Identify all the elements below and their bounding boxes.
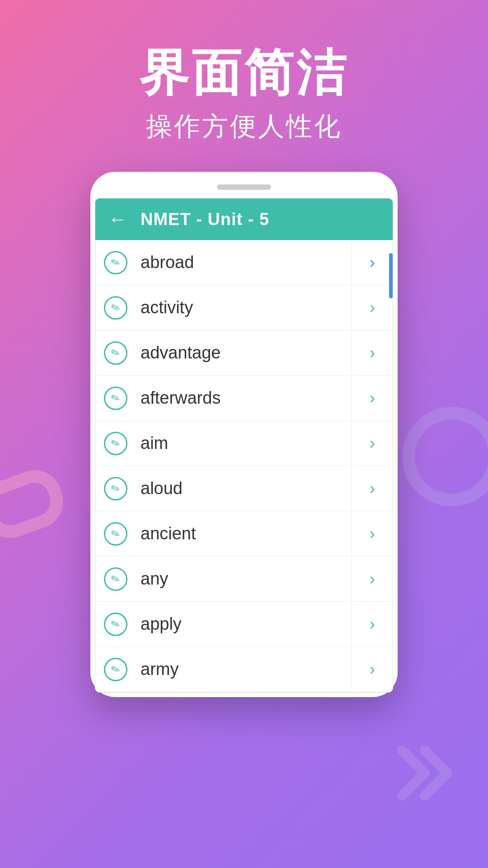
word-text: advantage [136,343,352,363]
word-text: any [136,569,352,589]
deco-circle [402,407,488,506]
word-row[interactable]: afterwards › [95,376,393,421]
word-icon-wrap [95,432,136,455]
word-row[interactable]: army › [95,647,393,692]
word-text: activity [136,298,352,317]
word-row[interactable]: activity › [95,285,393,330]
back-button[interactable]: ← [108,208,127,230]
chevron-wrap[interactable]: › [352,389,393,408]
word-list: abroad › activity › advantage › [95,240,393,692]
pencil-circle-icon [104,522,127,546]
pencil-circle-icon [104,387,127,410]
pencil-circle-icon [104,613,127,636]
chevron-icon: › [370,434,375,453]
chevron-wrap[interactable]: › [352,253,393,272]
word-text: abroad [136,253,352,272]
pencil-circle-icon [104,251,127,274]
pencil-circle-icon [104,341,127,365]
chevron-icon: › [370,298,375,317]
chevron-icon: › [370,570,375,589]
word-row[interactable]: aloud › [95,466,393,511]
word-icon-wrap [95,296,136,320]
word-icon-wrap [95,341,136,365]
chevron-wrap[interactable]: › [352,479,393,498]
pencil-circle-icon [104,567,127,591]
header-title: 界面简洁 [0,45,488,100]
word-icon-wrap [95,658,136,681]
chevron-wrap[interactable]: › [352,570,393,589]
word-row[interactable]: ancient › [95,511,393,557]
word-text: apply [136,614,352,634]
word-text: afterwards [136,388,352,408]
chevron-wrap[interactable]: › [352,298,393,317]
pencil-circle-icon [104,296,127,320]
chevron-icon: › [370,615,375,634]
word-icon-wrap [95,251,136,274]
word-icon-wrap [95,567,136,591]
word-text: aloud [136,479,352,498]
word-text: ancient [136,524,352,543]
header-section: 界面简洁 操作方便人性化 [0,0,488,144]
word-row[interactable]: any › [95,557,393,602]
phone-notch [217,184,271,190]
chevron-icon: › [370,479,375,498]
chevron-icon: › [370,524,375,543]
chevron-wrap[interactable]: › [352,615,393,634]
app-title: NMET - Unit - 5 [141,210,269,229]
word-icon-wrap [95,387,136,410]
chevron-wrap[interactable]: › [352,434,393,453]
word-row[interactable]: advantage › [95,330,393,376]
pencil-circle-icon [104,477,127,500]
app-header: ← NMET - Unit - 5 [95,198,393,240]
header-subtitle: 操作方便人性化 [0,109,488,144]
pencil-circle-icon [104,658,127,681]
chevron-wrap[interactable]: › [352,344,393,363]
word-row[interactable]: aim › [95,421,393,466]
chevron-icon: › [370,253,375,272]
deco-chevrons [393,737,474,809]
word-row[interactable]: abroad › [95,240,393,285]
word-icon-wrap [95,613,136,636]
chevron-icon: › [370,389,375,408]
word-text: aim [136,434,352,453]
word-icon-wrap [95,522,136,546]
phone-mockup: ← NMET - Unit - 5 abroad › activity › [90,172,398,697]
pencil-circle-icon [104,432,127,455]
chevron-wrap[interactable]: › [352,524,393,543]
chevron-icon: › [370,660,375,679]
chevron-wrap[interactable]: › [352,660,393,679]
deco-blob [0,462,71,546]
word-icon-wrap [95,477,136,500]
word-text: army [136,660,352,679]
chevron-icon: › [370,344,375,363]
word-row[interactable]: apply › [95,602,393,647]
phone-screen: ← NMET - Unit - 5 abroad › activity › [95,198,393,693]
